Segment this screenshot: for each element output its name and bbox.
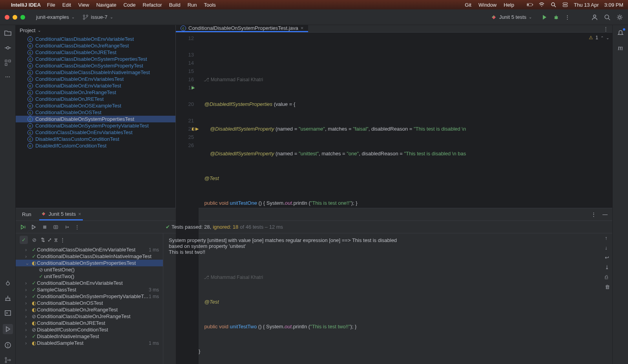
menu-refactor[interactable]: Refactor [143,2,162,8]
menubar-date[interactable]: Thu 13 Apr [574,2,599,8]
control-center-icon[interactable] [562,2,568,8]
maximize-window-button[interactable] [20,15,25,20]
show-passed-toggle[interactable]: ✓ [20,236,28,244]
close-window-button[interactable] [5,15,9,20]
dump-threads-button[interactable] [53,224,59,230]
inspection-widget[interactable]: ⚠1 ⌃ ⌄ [589,35,609,40]
expand-arrow-icon[interactable]: › [25,300,31,306]
chevron-up-icon[interactable]: ⌃ [601,36,604,40]
project-tree-item[interactable]: cConditionalDisableOnSystemPropertyVaria… [16,122,175,129]
problems-tool-icon[interactable] [4,341,12,349]
project-tree-item[interactable]: cConditionalDisableOnJRETest [16,96,175,102]
test-tree-row[interactable]: ›◐ConditionalDisableOnJreRangeTest [16,306,163,313]
project-tree-item[interactable]: cDisabledIfClassCustomConditionTest [16,136,175,142]
project-selector[interactable]: junit-examples ⌄ [33,13,78,22]
git-tool-icon[interactable] [4,356,12,364]
project-tree-item[interactable]: cConditionClassDisableOnEnvVariablesTest [16,129,175,136]
test-tree-row[interactable]: ›◐ConditionalDisableOnJRETest [16,320,163,326]
menu-code[interactable]: Code [123,2,135,8]
project-tree-item[interactable]: cConditionalClassDisableOnSystemProperti… [16,56,175,62]
project-tree-item[interactable]: cConditionalDisableOnSystemPropertiesTes… [16,116,175,122]
wifi-icon[interactable] [539,2,545,8]
run-config-selector[interactable]: Junit 5 tests ⌄ [487,13,536,22]
test-tree-row[interactable]: ›⊘DisabledIfCustomConditionTest [16,326,163,333]
collapse-button[interactable]: ⧖ [54,237,58,243]
close-run-tab-icon[interactable]: × [78,211,81,217]
menu-run[interactable]: Run [188,2,197,8]
menu-file[interactable]: File [47,2,55,8]
tab-more-icon[interactable]: ⋮ [599,26,612,32]
project-tree-item[interactable]: cConditionalClassDisableOnJRETest [16,49,175,56]
notifications-icon[interactable] [617,29,624,37]
expand-arrow-icon[interactable]: › [25,327,31,333]
run-gutter-icon[interactable]: ▶ [192,84,195,92]
structure-tool-icon[interactable] [4,59,12,67]
menu-build[interactable]: Build [169,2,181,8]
expand-arrow-icon[interactable]: › [25,333,31,339]
maven-tool-icon[interactable]: m [618,44,623,52]
test-tree-row[interactable]: ⌄◐ConditionalDisableOnSystemPropertiesTe… [16,260,163,266]
project-panel-header[interactable]: Project ⌄ [16,25,175,36]
menu-git[interactable]: Git [465,2,471,8]
scroll-to-end-icon[interactable]: ⤓ [605,264,610,270]
rerun-failed-button[interactable] [31,224,37,230]
project-tree-item[interactable]: cConditionalClassDisableOnJreRangeTest [16,42,175,49]
debug-button[interactable] [553,14,559,20]
menubar-time[interactable]: 3:09 PM [604,2,623,8]
build-tool-icon[interactable] [4,294,12,302]
project-tree-item[interactable]: cDisabledIfCustomConditionTest [16,142,175,149]
test-tree-row[interactable]: ›✓ConditionalDisableClassDisableInNative… [16,253,163,260]
test-tree[interactable]: ✓ ⊘ ⇅ ⤢ ⧖ ⋮ ›✓ConditionalClassDisableOnE… [16,233,163,364]
minimize-window-button[interactable] [13,15,17,20]
project-tree-item[interactable]: cConditionalClassDisableOnSystemProperty… [16,62,175,69]
expand-arrow-icon[interactable]: ⌄ [25,260,31,266]
project-tree-item[interactable]: cConditionalDisableOnJreRangeTest [16,89,175,96]
project-tree-item[interactable]: cConditionalClassDisableOnEnvVariableTes… [16,36,175,42]
project-tree-item[interactable]: cConditionalDisableOnEnvVariablesTest [16,76,175,82]
branch-selector[interactable]: issue-7 ⌄ [82,14,113,20]
settings-icon[interactable] [616,14,623,21]
clear-icon[interactable]: 🗑 [605,284,610,290]
project-tree-item[interactable]: cConditionalDisableOnOSTest [16,109,175,116]
test-tree-row[interactable]: ›⊘ConditionalClassDisableOnJreRangeTest [16,313,163,320]
test-tree-row[interactable]: ›✓ConditionalDisableOnEnvVariableTest [16,280,163,286]
test-tree-row[interactable]: ›✓ConditionalDisableOnSystemPropertyVari… [16,293,163,300]
menu-window[interactable]: Window [478,2,497,8]
test-tree-row[interactable]: ›◐ConditionalDisableOnOSTest [16,300,163,306]
menu-tools[interactable]: Tools [204,2,215,8]
menu-help[interactable]: Help [504,2,514,8]
expand-arrow-icon[interactable]: › [25,307,31,313]
print-icon[interactable]: ⎙ [605,274,610,280]
close-tab-icon[interactable]: × [301,25,304,31]
expand-arrow-icon[interactable]: › [25,253,31,259]
battery-icon[interactable] [527,2,533,8]
run-tool-icon[interactable] [3,324,13,334]
run-gutter-icon[interactable]: ◐▶ [192,125,199,133]
test-console[interactable]: ✔ Tests passed: 28, ignored: 18 of 46 te… [163,233,612,364]
chevron-down-icon[interactable]: ⌄ [606,36,609,40]
test-tree-row[interactable]: ›✓SampleClassTest3 ms [16,286,163,293]
expand-arrow-icon[interactable]: › [25,280,31,286]
sort-button[interactable]: ⇅ [41,237,45,243]
scroll-up-icon[interactable]: ↑ [605,235,610,241]
search-everywhere-icon[interactable] [604,14,611,21]
tree-more-icon[interactable]: ⋮ [60,237,65,243]
test-tree-row[interactable]: ›✓DisabledInNativeImageTest [16,333,163,340]
run-more-icon[interactable]: ⋮ [75,224,80,230]
test-tree-row[interactable]: ✓unitTestTwo() [16,273,163,280]
test-tree-row[interactable]: ›✓ConditionalClassDisableOnEnvVariableTe… [16,246,163,253]
rerun-button[interactable] [20,224,26,230]
project-tree[interactable]: cConditionalClassDisableOnEnvVariableTes… [16,36,175,208]
menu-edit[interactable]: Edit [62,2,71,8]
expand-button[interactable]: ⤢ [47,237,52,243]
run-tab-run[interactable]: Run [20,209,33,220]
soft-wrap-icon[interactable]: ↩ [605,255,610,260]
expand-arrow-icon[interactable]: › [25,340,31,346]
spotlight-icon[interactable] [550,2,557,8]
editor-tab[interactable]: c ConditionalDisableOnSystemPropertiesTe… [176,25,308,32]
run-button[interactable] [541,14,548,20]
expand-arrow-icon[interactable]: › [25,287,31,293]
exit-button[interactable] [64,224,70,230]
more-actions-button[interactable]: ⋮ [565,14,570,20]
menu-view[interactable]: View [78,2,89,8]
